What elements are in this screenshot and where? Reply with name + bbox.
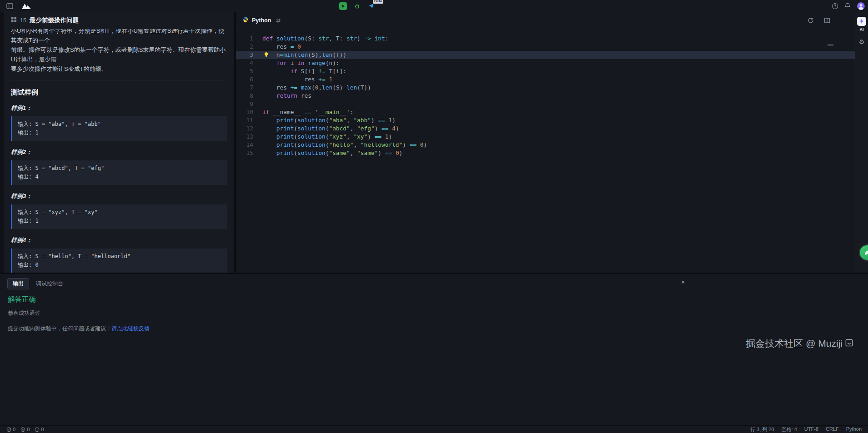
description-line: 要多少次操作才能让S变成T的前缀。 [11,64,227,74]
editor-tabbar: Python ⇄ [236,12,855,29]
notifications-bell-icon[interactable] [843,2,852,10]
editor-actions [807,16,831,25]
code-text: res = 0 [262,43,301,51]
error-icon [6,427,11,432]
code-text: res += max(0,len(S)-len(T)) [262,84,371,92]
examples-heading: 测试样例 [11,88,227,97]
code-editor[interactable]: 1def solution(S: str, T: str) -> int:2 r… [236,29,855,273]
line-number: 10 [236,108,261,116]
description-line: 前缀。操作可以是修改S的某一个字符，或者删除S末尾的字符。现在你需要帮助小U计算… [11,45,227,64]
feedback-text: 提交功能内测体验中，任何问题或者建议： [8,325,111,332]
minimap [828,44,833,46]
close-console-icon[interactable]: × [681,279,685,286]
code-line[interactable]: 6 res += 1 [236,75,855,84]
line-number: 15 [236,149,261,157]
right-rail: AI ⚙ [855,12,868,273]
code-line[interactable]: 9 [236,100,855,108]
errors-indicator[interactable]: 0 [6,427,15,432]
sidebar-toggle-icon[interactable] [5,2,14,10]
line-number: 3 [236,51,261,59]
code-line[interactable]: 11 print(solution("aba", "abb") == 1) [236,116,855,124]
reset-code-icon[interactable] [807,16,815,25]
warning-icon [20,427,25,432]
warnings-indicator[interactable]: 0 [20,427,30,432]
watermark-text: 掘金技术社区 @ Muziji [746,337,843,350]
code-line-active[interactable]: 3 n=min(len(S),len(T)) [236,51,855,59]
statusbar-right: 行 3, 列 20 空格: 4 UTF-8 CRLF Python [750,426,868,433]
help-icon[interactable]: ? [832,3,838,9]
code-line[interactable]: 8 return res [236,92,855,100]
example-label: 样例3： [11,192,227,200]
code-text: print(solution("aba", "abb") == 1) [262,116,396,124]
submit-button[interactable]: Beta [367,2,375,10]
editor-tab-label: Python [252,17,271,24]
line-number: 5 [236,67,261,75]
code-line[interactable]: 14 print(solution("hello", "helloworld")… [236,141,855,149]
code-line[interactable]: 7 res += max(0,len(S)-len(T)) [236,84,855,92]
line-number: 11 [236,116,261,124]
code-line[interactable]: 13 print(solution("xyz", "xy") == 1) [236,133,855,141]
code-line[interactable]: 1def solution(S: str, T: str) -> int: [236,35,855,43]
code-text: if __name__ == '__main__': [262,108,353,116]
line-number: 12 [236,124,261,133]
cursor-position[interactable]: 行 3, 列 20 [750,426,774,433]
code-line[interactable]: 2 res = 0 [236,43,855,51]
python-icon [242,16,249,25]
debug-button[interactable] [353,2,361,10]
example-label: 样例1： [11,104,227,112]
examples-list: 样例1：输入: S = "aba", T = "abb"输出: 1样例2：输入:… [11,104,227,273]
switch-language-icon[interactable]: ⇄ [276,17,281,24]
console-panel: 输出 调试控制台 × 解答正确 恭喜成功通过 提交功能内测体验中，任何问题或者建… [0,273,868,425]
topbar: Beta ? [0,0,868,12]
run-button[interactable] [339,2,347,10]
lightbulb-icon[interactable] [263,52,269,58]
line-number: 14 [236,141,261,149]
line-number: 4 [236,59,261,67]
line-number: 9 [236,100,261,108]
app-logo[interactable] [21,2,32,10]
problem-list-icon [11,16,17,25]
problem-id: 15 [20,17,26,24]
example-output: 输出: 1 [18,129,221,137]
ai-assistant-button[interactable]: AI [857,17,866,32]
description-line: 小U和小R有两个字符串，分别是S和T，现在小U需要通过对S进行若干次操作，使其变… [11,29,227,45]
split-editor-icon[interactable] [823,16,831,25]
language-mode[interactable]: Python [846,426,862,433]
code-line[interactable]: 5 if S[i] != T[i]: [236,67,855,75]
leaf-icon [863,249,868,256]
code-line[interactable]: 10if __name__ == '__main__': [236,108,855,116]
tab-output[interactable]: 输出 [7,278,29,289]
indentation[interactable]: 空格: 4 [782,426,797,433]
example-input: 输入: S = "hello", T = "helloworld" [18,252,221,261]
problems-indicators: 0 0 0 [0,427,44,432]
code-lines: 1def solution(S: str, T: str) -> int:2 r… [236,35,855,157]
example-box: 输入: S = "hello", T = "helloworld"输出: 0 [11,249,227,273]
code-line[interactable]: 12 print(solution("abcd", "efg") == 4) [236,124,855,133]
topbar-left [0,2,32,10]
feedback-link[interactable]: 请点此链接反馈 [111,325,150,332]
example-box: 输入: S = "xyz", T = "xy"输出: 1 [11,204,227,229]
code-text: print(solution("abcd", "efg") == 4) [262,124,399,133]
example-label: 样例4： [11,236,227,244]
encoding[interactable]: UTF-8 [804,426,818,433]
problem-body-scroll[interactable]: 小U和小R有两个字符串，分别是S和T，现在小U需要通过对S进行若干次操作，使其变… [4,29,234,273]
code-line[interactable]: 4 for i in range(n): [236,59,855,67]
tab-debug-console[interactable]: 调试控制台 [36,280,63,288]
code-text: n=min(len(S),len(T)) [262,51,346,59]
example-box: 输入: S = "abcd", T = "efg"输出: 4 [11,160,227,185]
settings-gear-icon[interactable]: ⚙ [859,38,865,45]
console-header: 输出 调试控制台 × [0,274,868,289]
example-output: 输出: 1 [18,217,221,225]
code-text: print(solution("xyz", "xy") == 1) [262,133,392,141]
example-input: 输入: S = "xyz", T = "xy" [18,208,221,217]
code-text: res += 1 [262,75,332,84]
feedback-row: 提交功能内测体验中，任何问题或者建议：请点此链接反馈 [8,325,860,333]
user-avatar[interactable] [857,2,865,10]
tab-python[interactable]: Python ⇄ [242,16,281,25]
code-line[interactable]: 15 print(solution("same", "same") == 0) [236,149,855,157]
problem-description: 小U和小R有两个字符串，分别是S和T，现在小U需要通过对S进行若干次操作，使其变… [11,29,227,74]
code-text: return res [262,92,311,100]
eol-mode[interactable]: CRLF [826,426,839,433]
info-indicator[interactable]: 0 [35,427,44,432]
code-text: if S[i] != T[i]: [262,67,346,75]
